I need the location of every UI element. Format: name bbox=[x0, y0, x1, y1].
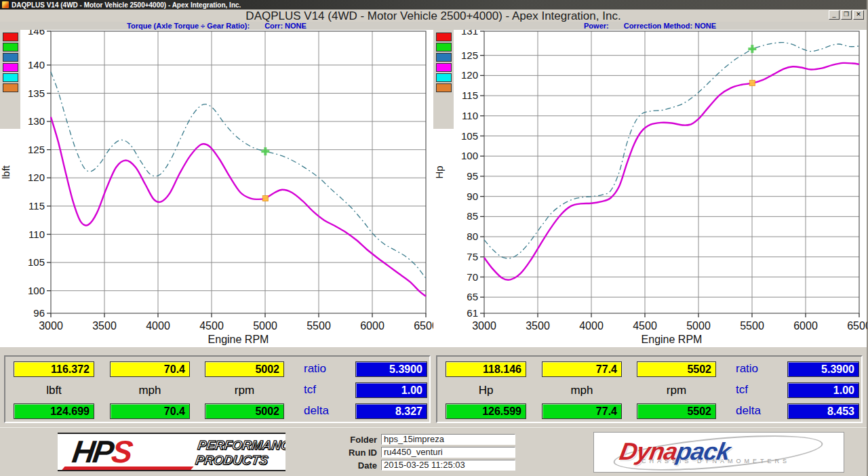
ratio-label: ratio bbox=[304, 361, 351, 376]
svg-text:120: 120 bbox=[461, 69, 478, 81]
svg-text:146: 146 bbox=[28, 30, 45, 37]
torque-reference-mph-box: 70.4 bbox=[110, 403, 190, 419]
torque-header-label: Torque (Axle Torque ÷ Gear Ratio): bbox=[127, 22, 250, 30]
svg-text:96: 96 bbox=[33, 307, 45, 319]
ratio-label: ratio bbox=[736, 361, 783, 376]
charts-row: Torque (Axle Torque ÷ Gear Ratio): Corr:… bbox=[0, 22, 867, 347]
folder-label: Folder bbox=[293, 435, 381, 445]
hps-wordmark: HPS bbox=[71, 437, 133, 467]
delta-value-box: 8.327 bbox=[355, 403, 427, 419]
delta-value-box: 8.453 bbox=[787, 403, 859, 419]
ratio-value-box: 5.3900 bbox=[355, 361, 427, 377]
app-icon bbox=[2, 1, 9, 8]
svg-text:3000: 3000 bbox=[472, 320, 496, 332]
svg-text:125: 125 bbox=[461, 49, 478, 61]
svg-text:90: 90 bbox=[467, 191, 478, 202]
svg-text:6000: 6000 bbox=[360, 320, 384, 332]
mph-unit-label: mph bbox=[542, 384, 622, 397]
svg-text:75: 75 bbox=[467, 251, 478, 262]
hps-logo: HPS PERFORMANCE PRODUCTS bbox=[58, 433, 285, 471]
svg-text:135: 135 bbox=[28, 87, 45, 99]
svg-text:125: 125 bbox=[28, 144, 45, 155]
power-chart-plot[interactable]: 3000350040004500500055006000650013112512… bbox=[433, 30, 867, 347]
run-id-input[interactable]: ru4450_venturi bbox=[381, 447, 515, 458]
svg-text:100: 100 bbox=[461, 150, 478, 161]
footer: HPS PERFORMANCE PRODUCTS Folder hps_15im… bbox=[0, 427, 867, 476]
svg-text:5500: 5500 bbox=[740, 320, 764, 332]
titlebar: DAQPLUS V14 (4WD - Motor Vehicle 2500+40… bbox=[0, 0, 867, 9]
svg-text:85: 85 bbox=[467, 210, 478, 222]
svg-text:4500: 4500 bbox=[199, 320, 224, 332]
svg-text:3500: 3500 bbox=[526, 320, 550, 332]
power-current-mph-box: 77.4 bbox=[542, 361, 622, 377]
svg-text:80: 80 bbox=[467, 231, 478, 242]
svg-text:Engine RPM: Engine RPM bbox=[642, 334, 703, 345]
minimize-button[interactable]: _ bbox=[829, 10, 840, 20]
svg-text:65: 65 bbox=[467, 291, 478, 302]
delta-label: delta bbox=[304, 403, 351, 418]
svg-text:5000: 5000 bbox=[686, 320, 711, 332]
torque-current-mph-box: 70.4 bbox=[110, 361, 190, 377]
date-label: Date bbox=[293, 460, 381, 471]
tcf-label: tcf bbox=[304, 382, 351, 397]
delta-label: delta bbox=[736, 403, 783, 418]
app-window: DAQPLUS V14 (4WD - Motor Vehicle 2500+40… bbox=[0, 0, 868, 476]
svg-text:6500: 6500 bbox=[414, 320, 434, 332]
svg-text:115: 115 bbox=[462, 90, 478, 101]
power-readout-panel: 118.146 77.4 5502 Hp mph rpm 126.599 77.… bbox=[436, 355, 863, 423]
readout-panels-row: 116.372 70.4 5002 lbft mph rpm 124.699 7… bbox=[0, 347, 867, 427]
svg-text:70: 70 bbox=[467, 271, 478, 283]
torque-chart-panel: Torque (Axle Torque ÷ Gear Ratio): Corr:… bbox=[0, 22, 433, 347]
power-reference-mph-box: 77.4 bbox=[542, 403, 622, 419]
window-controls: _ ❐ ✕ bbox=[829, 10, 864, 20]
svg-text:3000: 3000 bbox=[39, 320, 63, 332]
date-field-row: Date 2015-03-25 11:25:03 bbox=[293, 460, 524, 471]
run-info-fields: Folder hps_15impreza Run ID ru4450_ventu… bbox=[293, 434, 524, 473]
run-id-field-row: Run ID ru4450_venturi bbox=[293, 447, 524, 458]
folder-input[interactable]: hps_15impreza bbox=[381, 434, 515, 445]
svg-text:105: 105 bbox=[28, 256, 45, 268]
power-chart-content: 3000350040004500500055006000650013112512… bbox=[433, 30, 867, 347]
hps-s-text: S bbox=[109, 434, 133, 469]
svg-text:4500: 4500 bbox=[633, 320, 657, 332]
torque-chart-plot[interactable]: 3000350040004500500055006000650014614013… bbox=[0, 30, 434, 347]
svg-text:95: 95 bbox=[467, 170, 478, 182]
torque-reference-rpm-box: 5002 bbox=[205, 403, 284, 419]
torque-readout-panel: 116.372 70.4 5002 lbft mph rpm 124.699 7… bbox=[4, 355, 431, 423]
svg-text:6500: 6500 bbox=[847, 320, 867, 332]
svg-text:3500: 3500 bbox=[92, 320, 117, 332]
mph-unit-label: mph bbox=[110, 384, 190, 397]
svg-text:Hp: Hp bbox=[433, 165, 445, 178]
svg-text:6000: 6000 bbox=[793, 320, 818, 332]
power-chart-header: Power: Correction Method: NONE bbox=[433, 22, 867, 30]
power-current-rpm-box: 5502 bbox=[637, 361, 716, 377]
svg-text:115: 115 bbox=[28, 200, 45, 212]
svg-text:5500: 5500 bbox=[307, 320, 331, 332]
ratio-value-box: 5.3900 bbox=[787, 361, 859, 377]
dynapack-logo: Dynapack CHASSIS DYNAMOMETERS bbox=[593, 432, 844, 473]
svg-text:lbft: lbft bbox=[0, 165, 12, 179]
power-reference-rpm-box: 5502 bbox=[637, 403, 716, 419]
svg-text:140: 140 bbox=[28, 59, 45, 71]
power-chart-panel: Power: Correction Method: NONE 300035004… bbox=[433, 22, 867, 347]
hps-swoosh bbox=[61, 467, 193, 471]
folder-field-row: Folder hps_15impreza bbox=[293, 434, 524, 445]
app-header: DAQPLUS V14 (4WD - Motor Vehicle 2500+40… bbox=[0, 9, 867, 22]
svg-text:61: 61 bbox=[467, 307, 478, 319]
close-button[interactable]: ✕ bbox=[853, 10, 864, 20]
torque-correction-label: Corr: NONE bbox=[264, 22, 307, 30]
maximize-button[interactable]: ❐ bbox=[841, 10, 852, 20]
svg-text:100: 100 bbox=[28, 285, 45, 296]
rpm-unit-label: rpm bbox=[637, 384, 716, 397]
torque-chart-header: Torque (Axle Torque ÷ Gear Ratio): Corr:… bbox=[0, 22, 433, 30]
svg-text:120: 120 bbox=[28, 172, 45, 183]
tcf-value-box: 1.00 bbox=[355, 382, 427, 398]
date-input[interactable]: 2015-03-25 11:25:03 bbox=[381, 460, 515, 471]
torque-reference-value-box: 124.699 bbox=[14, 403, 94, 419]
svg-text:4000: 4000 bbox=[579, 320, 604, 332]
page-title: DAQPLUS V14 (4WD - Motor Vehicle 2500+40… bbox=[0, 9, 867, 23]
svg-text:Engine RPM: Engine RPM bbox=[208, 334, 269, 345]
hps-hp-text: HP bbox=[70, 434, 114, 469]
hps-tagline: PERFORMANCE PRODUCTS bbox=[195, 438, 285, 468]
titlebar-title: DAQPLUS V14 (4WD - Motor Vehicle 2500+40… bbox=[12, 1, 241, 9]
